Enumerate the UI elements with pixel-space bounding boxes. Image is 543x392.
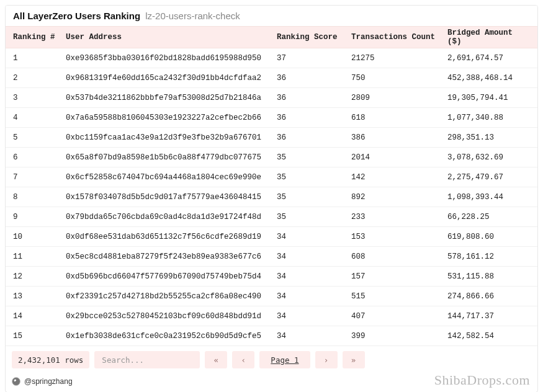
cell-ranking: 14 (13, 312, 66, 321)
cell-ranking: 2 (13, 74, 66, 82)
cell-amount: 298,351.13 (447, 133, 530, 142)
col-address[interactable]: User Address (66, 33, 277, 42)
cell-amount: 2,275,479.67 (447, 173, 530, 182)
author-row[interactable]: @springzhang (6, 373, 537, 392)
cell-address: 0xf23391c257d42718bd2b55255ca2cf86a08ec4… (66, 292, 277, 301)
cell-txcount: 2014 (351, 153, 447, 162)
cell-txcount: 618 (351, 114, 447, 122)
cell-amount: 1,098,393.44 (447, 193, 530, 202)
next-page-button[interactable]: › (315, 351, 338, 368)
cell-ranking: 5 (13, 133, 66, 142)
cell-txcount: 515 (351, 292, 447, 301)
cell-address: 0x1578f034078d5b5dc9d017af75779ae4360484… (66, 193, 277, 202)
cell-amount: 452,388,468.14 (447, 74, 530, 82)
cell-score: 34 (277, 252, 351, 261)
cell-ranking: 6 (13, 153, 66, 162)
cell-score: 36 (277, 74, 351, 82)
table-row[interactable]: 30x537b4de3211862bbbfe79af53008d25d7b218… (6, 88, 537, 108)
cell-ranking: 11 (13, 252, 66, 261)
cell-address: 0xe93685f3bba03016f02bd1828badd6195988d9… (66, 54, 277, 63)
cell-amount: 3,078,632.69 (447, 153, 530, 162)
cell-score: 36 (277, 94, 351, 102)
card-title: All LayerZero Users Ranking (13, 11, 140, 21)
cell-score: 36 (277, 114, 351, 122)
cell-ranking: 1 (13, 54, 66, 63)
cell-amount: 531,115.88 (447, 272, 530, 281)
row-count: 2,432,101 rows (12, 351, 89, 368)
table-row[interactable]: 110x5ec8cd4881eba87279f5f243eb89ea9383e6… (6, 247, 537, 267)
card-header: All LayerZero Users Ranking lz-20-users-… (6, 6, 537, 26)
first-page-button[interactable]: « (205, 351, 227, 368)
search-input[interactable]: Search... (94, 351, 200, 368)
cell-score: 35 (277, 153, 351, 162)
table-row[interactable]: 60x65a8f07bd9a8598e1b5b6c0a88f4779dbc077… (6, 148, 537, 167)
cell-txcount: 157 (351, 272, 447, 281)
cell-score: 34 (277, 312, 351, 321)
col-score[interactable]: Ranking Score (277, 33, 351, 42)
cell-amount: 19,305,794.41 (447, 94, 530, 102)
cell-txcount: 142 (351, 173, 447, 182)
cell-txcount: 2809 (351, 94, 447, 102)
cell-txcount: 407 (351, 312, 447, 321)
cell-ranking: 3 (13, 94, 66, 102)
table-row[interactable]: 100x0df68ee531dab63d651132c7f56c6cdfe268… (6, 227, 537, 247)
cell-score: 36 (277, 133, 351, 142)
col-txcount[interactable]: Transactions Count (351, 33, 447, 42)
cell-score: 34 (277, 233, 351, 241)
cell-ranking: 9 (13, 213, 66, 221)
cell-address: 0x6cf52858c674047bc694a4468a1804cec69e99… (66, 173, 277, 182)
cell-amount: 142,582.54 (447, 332, 530, 341)
cell-address: 0x29bcce0253c52780452103bcf09c60d848bdd9… (66, 312, 277, 321)
cell-score: 37 (277, 54, 351, 63)
cell-txcount: 399 (351, 332, 447, 341)
cell-amount: 2,691,674.57 (447, 54, 530, 63)
cell-ranking: 4 (13, 114, 66, 122)
cell-txcount: 386 (351, 133, 447, 142)
ranking-card: All LayerZero Users Ranking lz-20-users-… (5, 5, 538, 392)
avatar-icon (12, 377, 20, 386)
last-page-button[interactable]: » (343, 351, 365, 368)
cell-ranking: 7 (13, 173, 66, 182)
table-header: Ranking # User Address Ranking Score Tra… (6, 26, 537, 48)
table-row[interactable]: 130xf23391c257d42718bd2b55255ca2cf86a08e… (6, 287, 537, 306)
cell-address: 0x0df68ee531dab63d651132c7f56c6cdfe2689d… (66, 233, 277, 241)
author-handle: @springzhang (24, 377, 73, 386)
table-row[interactable]: 50xbc1159fcaa1ac43e9a12d3f9e3fbe32b9a676… (6, 128, 537, 148)
col-ranking[interactable]: Ranking # (13, 33, 66, 42)
cell-address: 0x9681319f4e60dd165ca2432f30d91bb4dcfdfa… (66, 74, 277, 82)
table-row[interactable]: 90x79bdda65c706cbda69c0ad4c8da1d3e91724f… (6, 207, 537, 227)
cell-amount: 274,866.66 (447, 292, 530, 301)
cell-address: 0x65a8f07bd9a8598e1b5b6c0a88f4779dbc0776… (66, 153, 277, 162)
cell-txcount: 21275 (351, 54, 447, 63)
table-row[interactable]: 70x6cf52858c674047bc694a4468a1804cec69e9… (6, 167, 537, 187)
cell-ranking: 13 (13, 292, 66, 301)
cell-amount: 619,808.60 (447, 233, 530, 241)
cell-address: 0x5ec8cd4881eba87279f5f243eb89ea9383e677… (66, 252, 277, 261)
table-row[interactable]: 140x29bcce0253c52780452103bcf09c60d848bd… (6, 306, 537, 326)
cell-score: 34 (277, 292, 351, 301)
cell-address: 0x79bdda65c706cbda69c0ad4c8da1d3e91724f4… (66, 213, 277, 221)
table-row[interactable]: 120xd5b696bcd66047f577699b67090d75749beb… (6, 267, 537, 287)
cell-txcount: 233 (351, 213, 447, 221)
cell-ranking: 12 (13, 272, 66, 281)
cell-txcount: 153 (351, 233, 447, 241)
cell-txcount: 892 (351, 193, 447, 202)
cell-txcount: 750 (351, 74, 447, 82)
cell-amount: 66,228.25 (447, 213, 530, 221)
table-row[interactable]: 40x7a6a59588b8106045303e1923227a2cefbec2… (6, 108, 537, 128)
cell-score: 34 (277, 332, 351, 341)
cell-address: 0x537b4de3211862bbbfe79af53008d25d7b2184… (66, 94, 277, 102)
table-row[interactable]: 150x1efb3038de631cfce0c0a231952c6b90d5d9… (6, 326, 537, 346)
table-body: 10xe93685f3bba03016f02bd1828badd6195988d… (6, 48, 537, 346)
table-footer: 2,432,101 rows Search... « ‹ Page 1 › » (6, 346, 537, 373)
table-row[interactable]: 10xe93685f3bba03016f02bd1828badd6195988d… (6, 48, 537, 68)
page-indicator[interactable]: Page 1 (259, 351, 310, 368)
cell-score: 35 (277, 173, 351, 182)
cell-amount: 1,077,340.88 (447, 114, 530, 122)
table-row[interactable]: 80x1578f034078d5b5dc9d017af75779ae436048… (6, 187, 537, 207)
cell-address: 0x7a6a59588b8106045303e1923227a2cefbec2b… (66, 114, 277, 122)
table-row[interactable]: 20x9681319f4e60dd165ca2432f30d91bb4dcfdf… (6, 68, 537, 88)
prev-page-button[interactable]: ‹ (232, 351, 254, 368)
col-amount[interactable]: Bridged Amount ($) (447, 29, 530, 46)
cell-amount: 144,717.37 (447, 312, 530, 321)
